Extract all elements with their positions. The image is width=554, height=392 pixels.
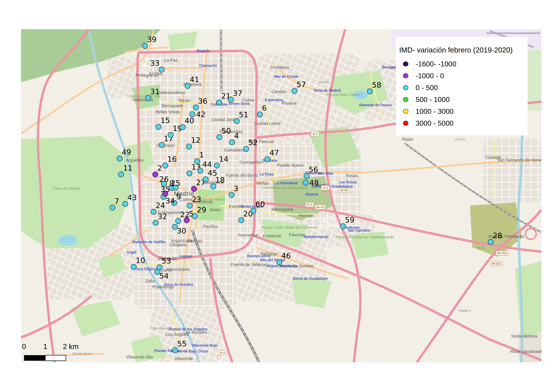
scalebar-tick: 2 km [63,342,79,350]
map-point-16 [163,163,168,168]
map-point-4 [229,140,235,145]
map-point-41 [185,83,190,89]
point-label-56: 56 [309,165,318,174]
map-label: Hortaleza [271,65,289,70]
map-point-13 [187,171,192,176]
road-shield-label: A-3 [323,186,328,189]
map-label: Alsacia [305,192,318,196]
map-point-10 [131,264,136,269]
legend-item-label: -1000 - 0 [416,72,444,80]
map-label: Plaza Elíptica [134,267,157,271]
map-label: Bellas Vistas [156,110,180,114]
legend: IMD- variación febrero (2019-2020) -1600… [396,37,528,135]
map-label: Pueblo Nuevo [277,163,304,168]
map-point-29 [192,214,197,219]
map-point-2 [152,172,158,177]
legend-swatch [403,97,408,102]
point-label-58: 58 [372,81,381,89]
point-label-30: 30 [177,226,186,235]
legend-title: IMD- variación febrero (2019-2020) [399,46,528,54]
map-label: Sierra de Guadalupe [292,276,328,280]
road-shield-label: M-23 [317,205,324,209]
legend-item-label: 500 - 1000 [416,96,450,104]
map-point-47 [265,156,270,162]
map-label: Buenos Aires [247,254,270,258]
map-label: Puente de Vallecas [231,262,267,267]
map-label: La Almudena [275,181,298,185]
map-label: Miguel Hernández [267,264,298,268]
map-point-50 [217,134,222,140]
legend-swatch [403,121,408,126]
map-point-24 [151,209,156,215]
point-label-28: 28 [493,231,502,240]
map-point-15 [156,124,161,129]
point-label-51: 51 [239,110,248,119]
map-label: Barajas [382,65,395,69]
map-label: Villaverde Alto [126,355,153,359]
map-label: Villaverde Bajo [192,343,218,347]
point-label-12: 12 [191,136,201,145]
point-label-16: 16 [167,155,177,163]
map-point-46 [277,259,282,265]
map-point-27 [191,186,197,192]
point-label-9: 9 [176,192,181,201]
point-label-42: 42 [196,110,206,119]
map-point-18 [211,184,216,189]
map-point-17 [159,142,165,148]
point-label-52: 52 [248,138,258,147]
point-label-57: 57 [297,80,306,89]
map-label: Numancia [238,233,258,238]
map-label: Ronda Norte [73,352,91,355]
map-label: La Paz [164,58,178,63]
map-point-33 [159,67,164,72]
map-label: La Elipa [260,172,273,176]
map-label: Valdebernardo [303,235,329,239]
map-label: Urgel [127,250,136,254]
point-label-37: 37 [233,89,242,98]
legend-swatch [403,73,408,78]
map-point-43 [123,201,128,207]
map-point-11 [118,172,124,177]
legend-swatch [403,62,408,66]
map-label: Guindalera [224,148,245,152]
map-point-59 [340,224,346,229]
road-shield-label: M-40 [340,189,348,192]
map-label: IVECO [455,138,465,141]
legend-swatch [403,109,408,114]
point-label-23: 23 [192,195,201,203]
map-label: Cortes [180,197,192,202]
scalebar-black-segment [24,355,45,361]
map-point-21 [216,100,222,105]
map-label: Ciudad de los Ángeles [169,327,208,331]
map-point-23 [187,203,192,208]
point-label-47: 47 [270,148,279,157]
map-point-20 [239,217,244,223]
map-point-57 [292,88,297,94]
map-label: Rosas [346,173,358,178]
point-label-34: 34 [165,196,175,205]
point-label-44: 44 [202,160,212,169]
map-label: Parque Juan Carlos I [326,92,362,97]
map-point-31 [145,95,151,101]
map-label: Marqués de Vadillo [132,240,165,244]
map-label: Delicias [187,239,202,243]
legend-item-label: 0 - 500 [416,84,438,92]
point-label-2: 2 [157,164,162,172]
map-point-19 [168,132,173,138]
map-label: Feria de Madrid [314,88,341,92]
map-label: IFEMA [319,80,329,84]
point-label-7: 7 [115,197,119,205]
road-shield-label: A-2 [313,132,318,135]
map-point-45 [203,177,208,182]
map-point-37 [228,97,234,102]
point-label-10: 10 [136,256,145,265]
map-label: Ciudad Lineal [254,121,280,126]
point-label-48: 48 [309,178,319,187]
scalebar-tick: 0 [22,342,26,350]
map-label: Valdeacederas [157,90,185,95]
map-label: Chopera [170,243,187,247]
map-point-58 [367,89,373,94]
map-point-22 [175,218,181,224]
point-label-15: 15 [160,116,170,125]
map-label: Chamartín [199,63,217,68]
